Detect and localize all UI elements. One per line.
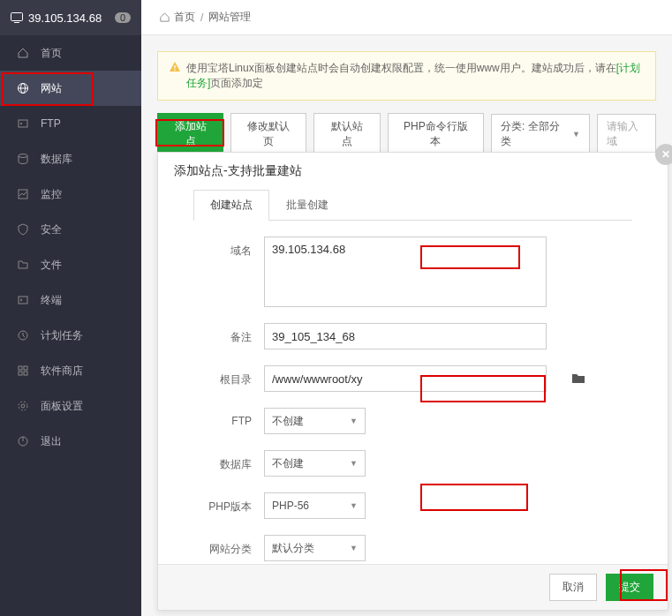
- sidebar-item-database[interactable]: 数据库: [0, 141, 141, 177]
- tab-batch-create[interactable]: 批量创建: [269, 190, 345, 220]
- label-ftp: FTP: [193, 408, 264, 427]
- sidebar-item-label: 面板设置: [41, 399, 83, 414]
- label-category: 网站分类: [193, 535, 264, 557]
- sidebar-item-label: 计划任务: [41, 328, 83, 343]
- sidebar-item-label: 软件商店: [41, 364, 83, 379]
- breadcrumb-current: 网站管理: [208, 10, 251, 25]
- notice-text: 使用宝塔Linux面板创建站点时会自动创建权限配置，统一使用www用户。建站成功…: [186, 62, 616, 74]
- submit-button[interactable]: 提交: [606, 574, 653, 601]
- notice-bar: 使用宝塔Linux面板创建站点时会自动创建权限配置，统一使用www用户。建站成功…: [157, 51, 656, 101]
- svg-rect-14: [24, 372, 27, 375]
- sidebar-item-label: 终端: [41, 293, 62, 308]
- sidebar-item-cron[interactable]: 计划任务: [0, 318, 141, 353]
- server-ip: 39.105.134.68: [28, 11, 115, 25]
- sidebar-item-website[interactable]: 网站: [0, 71, 141, 106]
- modal-title: 添加站点-支持批量建站: [158, 153, 668, 190]
- sidebar-item-label: 安全: [41, 222, 62, 237]
- default-site-button[interactable]: 默认站点: [313, 113, 380, 155]
- svg-rect-5: [19, 120, 27, 127]
- cancel-button[interactable]: 取消: [549, 574, 597, 601]
- category-label: 分类: 全部分类: [501, 119, 565, 149]
- monitor-icon: [11, 12, 23, 23]
- caret-down-icon: ▼: [350, 501, 358, 510]
- gear-icon: [16, 400, 30, 412]
- home-icon: [159, 11, 170, 23]
- php-cli-button[interactable]: PHP命令行版本: [388, 113, 485, 155]
- label-remark: 备注: [193, 323, 264, 345]
- add-site-button[interactable]: 添加站点: [157, 113, 223, 155]
- ftp-icon: [16, 117, 30, 130]
- home-icon: [16, 47, 30, 59]
- sidebar-item-ftp[interactable]: FTP: [0, 106, 141, 141]
- sidebar-item-home[interactable]: 首页: [0, 35, 141, 71]
- caret-down-icon: ▼: [350, 544, 358, 552]
- caret-down-icon: ▼: [350, 417, 358, 425]
- terminal-icon: [16, 294, 30, 306]
- svg-point-6: [20, 123, 22, 124]
- sidebar-item-settings[interactable]: 面板设置: [0, 388, 141, 424]
- notice-text-after: 页面添加定: [210, 77, 263, 89]
- clock-icon: [16, 329, 30, 342]
- tab-create-site[interactable]: 创建站点: [193, 190, 269, 221]
- ftp-select[interactable]: 不创建▼: [264, 408, 366, 434]
- svg-point-20: [174, 70, 176, 71]
- label-php: PHP版本: [193, 492, 264, 515]
- svg-rect-12: [24, 366, 27, 370]
- label-domain: 域名: [193, 237, 264, 259]
- sidebar-item-label: 文件: [41, 258, 62, 273]
- category-select[interactable]: 默认分类▼: [264, 535, 366, 561]
- domain-textarea[interactable]: [264, 237, 547, 307]
- php-version-select[interactable]: PHP-56▼: [264, 492, 366, 519]
- chart-icon: [16, 188, 30, 200]
- globe-icon: [16, 82, 30, 94]
- remark-input[interactable]: [264, 323, 547, 349]
- database-icon: [16, 153, 30, 165]
- apps-icon: [16, 364, 30, 377]
- svg-point-15: [21, 404, 25, 408]
- category-dropdown[interactable]: 分类: 全部分类 ▼: [491, 114, 590, 154]
- sidebar-item-label: 退出: [41, 434, 62, 449]
- breadcrumb: 首页 / 网站管理: [141, 0, 672, 35]
- label-root: 根目录: [193, 365, 264, 387]
- logout-icon: [16, 435, 30, 447]
- sidebar-item-files[interactable]: 文件: [0, 247, 141, 282]
- sidebar-item-label: 首页: [41, 46, 62, 61]
- add-site-modal: ✕ 添加站点-支持批量建站 创建站点 批量创建 域名 备注 根目录 FTP: [157, 152, 668, 611]
- database-select[interactable]: 不创建▼: [264, 450, 366, 477]
- sidebar-item-security[interactable]: 安全: [0, 212, 141, 247]
- sidebar-item-software[interactable]: 软件商店: [0, 353, 141, 388]
- svg-point-7: [19, 154, 27, 158]
- sidebar-item-logout[interactable]: 退出: [0, 424, 141, 459]
- sidebar-item-terminal[interactable]: 终端: [0, 282, 141, 318]
- breadcrumb-separator: /: [200, 11, 203, 24]
- svg-point-16: [19, 402, 27, 410]
- alert-badge[interactable]: 0: [115, 12, 131, 23]
- caret-down-icon: ▼: [350, 459, 358, 468]
- search-input[interactable]: 请输入域: [597, 114, 656, 154]
- default-page-button[interactable]: 修改默认页: [230, 113, 306, 155]
- warning-icon: [169, 61, 181, 73]
- sidebar-item-label: 网站: [41, 81, 62, 96]
- folder-icon: [16, 259, 30, 271]
- sidebar-item-label: FTP: [41, 117, 61, 130]
- sidebar-item-monitor[interactable]: 监控: [0, 177, 141, 212]
- caret-down-icon: ▼: [572, 130, 580, 139]
- shield-icon: [16, 223, 30, 236]
- svg-rect-0: [11, 13, 23, 21]
- svg-rect-13: [19, 372, 22, 375]
- root-input[interactable]: [264, 365, 547, 392]
- folder-picker-icon[interactable]: [571, 372, 585, 385]
- label-database: 数据库: [193, 450, 264, 472]
- sidebar-item-label: 数据库: [41, 152, 72, 167]
- breadcrumb-home[interactable]: 首页: [174, 10, 195, 25]
- svg-rect-11: [19, 366, 22, 370]
- sidebar-item-label: 监控: [41, 187, 62, 202]
